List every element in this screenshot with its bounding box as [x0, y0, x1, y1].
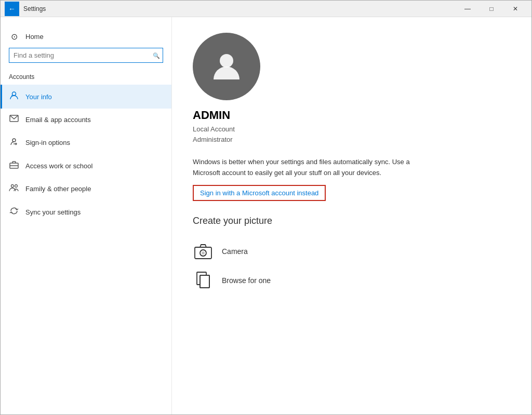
search-wrapper [9, 48, 163, 63]
sidebar-item-home[interactable]: ⊙ Home [1, 25, 171, 48]
window-controls: — □ ✕ [456, 1, 527, 17]
sidebar-item-work-school[interactable]: Access work or school [1, 154, 171, 177]
home-icon: ⊙ [9, 32, 19, 42]
svg-rect-14 [200, 275, 209, 288]
browse-icon [193, 270, 214, 291]
your-info-label: Your info [25, 93, 52, 101]
username: ADMIN [193, 109, 230, 122]
titlebar: ← Settings — □ ✕ [1, 1, 531, 17]
picture-section: Create your picture Camera [193, 216, 511, 295]
svg-point-0 [12, 92, 16, 96]
picture-section-title: Create your picture [193, 216, 511, 226]
accounts-section-label: Accounts [1, 71, 171, 85]
window-title: Settings [23, 5, 456, 12]
email-icon [9, 115, 19, 124]
work-school-icon [9, 160, 19, 171]
svg-point-7 [11, 185, 14, 188]
microsoft-account-link[interactable]: Sign in with a Microsoft account instead [193, 185, 326, 201]
your-info-icon [9, 91, 19, 102]
sync-label: Sync your settings [25, 208, 81, 216]
sidebar-home-label: Home [25, 33, 44, 41]
sidebar-item-email-app[interactable]: Email & app accounts [1, 109, 171, 130]
family-label: Family & other people [25, 185, 91, 193]
sign-in-icon [9, 137, 19, 148]
content-area: ⊙ Home Accounts Yo [1, 17, 531, 414]
camera-icon [193, 241, 214, 262]
sidebar-item-sync[interactable]: Sync your settings [1, 200, 171, 224]
email-app-label: Email & app accounts [25, 116, 91, 124]
svg-point-3 [12, 139, 16, 142]
minimize-button[interactable]: — [456, 1, 480, 17]
sync-message: Windows is better when your settings and… [193, 157, 432, 179]
svg-point-12 [202, 251, 205, 255]
back-button[interactable]: ← [5, 2, 19, 16]
sidebar: ⊙ Home Accounts Yo [1, 17, 172, 414]
work-school-label: Access work or school [25, 162, 92, 170]
account-type: Local Account Administrator [193, 124, 235, 144]
profile-section: ADMIN Local Account Administrator [193, 33, 511, 144]
sign-in-label: Sign-in options [25, 139, 70, 146]
browse-label: Browse for one [222, 276, 271, 285]
svg-point-8 [15, 185, 18, 188]
avatar [193, 33, 260, 100]
sidebar-item-family[interactable]: Family & other people [1, 177, 171, 200]
maximize-button[interactable]: □ [480, 1, 503, 17]
camera-option[interactable]: Camera [193, 237, 511, 266]
close-button[interactable]: ✕ [503, 1, 527, 17]
settings-window: ← Settings — □ ✕ ⊙ Home Accounts [0, 0, 532, 415]
sidebar-search-container [9, 48, 163, 63]
sidebar-item-sign-in[interactable]: Sign-in options [1, 130, 171, 154]
search-input[interactable] [9, 48, 163, 63]
browse-option[interactable]: Browse for one [193, 266, 511, 295]
sync-icon [9, 206, 19, 218]
camera-label: Camera [222, 247, 248, 256]
main-content: ADMIN Local Account Administrator Window… [172, 17, 531, 414]
family-icon [9, 183, 19, 194]
sidebar-item-your-info[interactable]: Your info [1, 85, 171, 109]
svg-point-9 [220, 54, 233, 68]
